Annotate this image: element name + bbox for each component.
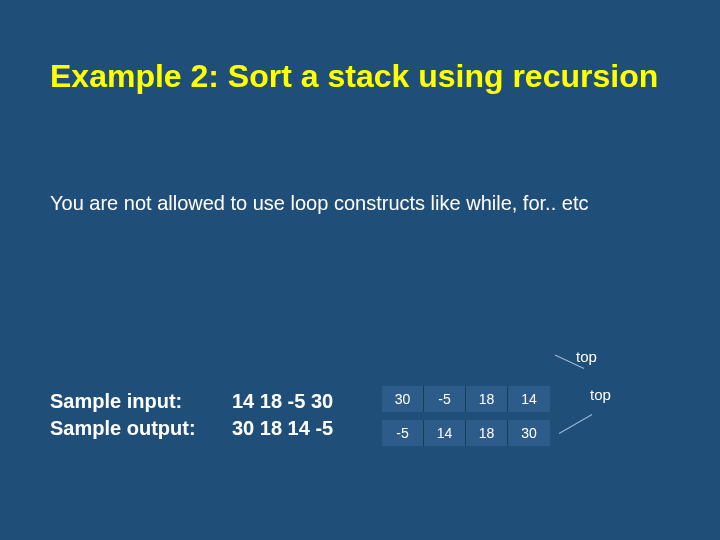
stack-diagram: 30 -5 18 14 -5 14 18 30 — [382, 386, 550, 454]
sample-values: 14 18 -5 30 30 18 14 -5 — [232, 388, 333, 442]
input-stack-row: 30 -5 18 14 — [382, 386, 550, 412]
sample-output-values: 30 18 14 -5 — [232, 415, 333, 442]
sample-input-values: 14 18 -5 30 — [232, 388, 333, 415]
stack-cell: 14 — [508, 386, 550, 412]
top-label-input: top — [576, 348, 597, 365]
slide-subtitle: You are not allowed to use loop construc… — [50, 192, 588, 215]
sample-output-label: Sample output: — [50, 415, 196, 442]
output-stack-row: -5 14 18 30 — [382, 420, 550, 446]
stack-cell: 18 — [466, 386, 508, 412]
stack-cell: -5 — [382, 420, 424, 446]
sample-input-label: Sample input: — [50, 388, 196, 415]
sample-labels: Sample input: Sample output: — [50, 388, 196, 442]
stack-cell: 30 — [382, 386, 424, 412]
top-label-output: top — [590, 386, 611, 403]
stack-cell: -5 — [424, 386, 466, 412]
stack-cell: 14 — [424, 420, 466, 446]
stack-cell: 30 — [508, 420, 550, 446]
stack-cell: 18 — [466, 420, 508, 446]
arrow-to-output-top — [559, 414, 592, 434]
slide-title: Example 2: Sort a stack using recursion — [50, 58, 658, 95]
